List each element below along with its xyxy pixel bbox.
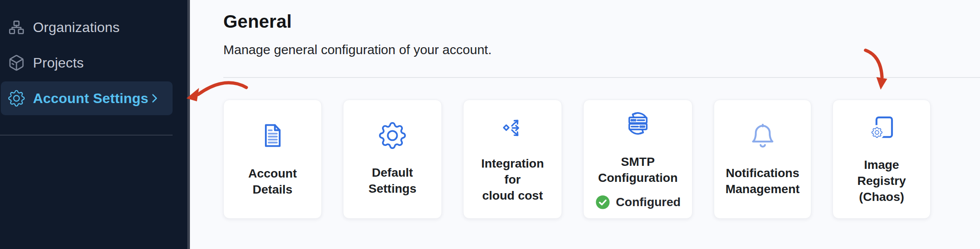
smtp-configured-badge: Configured [595,194,680,210]
sidebar-nav: Organizations Projects Account Se [0,0,187,115]
card-account-details[interactable]: Account Details [223,100,322,219]
main-content: General Manage general configuration of … [190,0,980,249]
org-chart-icon [8,19,25,36]
app-root: Organizations Projects Account Se [0,0,980,249]
document-icon [258,121,287,150]
page-title: General [223,11,980,32]
card-default-settings[interactable]: Default Settings [343,100,442,219]
sidebar-divider [0,135,173,136]
branch-arrows-icon [500,115,525,140]
card-label: Default Settings [369,165,416,197]
sidebar-item-label: Account Settings [33,91,148,107]
chevron-right-icon [148,92,160,104]
gear-icon [379,122,406,149]
sidebar-item-label: Projects [33,55,84,71]
server-sync-icon [623,109,653,138]
sidebar-item-account-settings[interactable]: Account Settings [1,81,173,115]
sidebar-item-projects[interactable]: Projects [1,46,173,80]
cube-icon [8,54,25,71]
page-subtitle: Manage general configuration of your acc… [223,42,980,57]
card-label: Notifications Management [725,165,800,197]
content-divider [223,77,980,78]
sidebar-item-organizations[interactable]: Organizations [1,10,173,44]
check-circle-icon [595,194,611,210]
card-image-registry-chaos[interactable]: Image Registry (Chaos) [833,100,931,219]
settings-card-grid: Account Details Default Settings [223,100,980,219]
card-smtp-configuration[interactable]: SMTP Configuration Configured [583,100,693,219]
card-label: Integration for cloud cost [481,155,544,204]
card-label: SMTP Configuration [598,154,678,186]
card-label: Image Registry (Chaos) [857,157,906,205]
card-label: Account Details [248,165,297,197]
badge-label: Configured [616,195,680,209]
registry-gear-icon [868,113,895,141]
bell-icon [749,122,777,149]
sidebar: Organizations Projects Account Se [0,0,187,249]
gear-icon [8,90,25,107]
card-notifications-management[interactable]: Notifications Management [714,100,811,219]
sidebar-item-label: Organizations [33,19,120,36]
card-integration-cloud-cost[interactable]: Integration for cloud cost [463,100,562,219]
